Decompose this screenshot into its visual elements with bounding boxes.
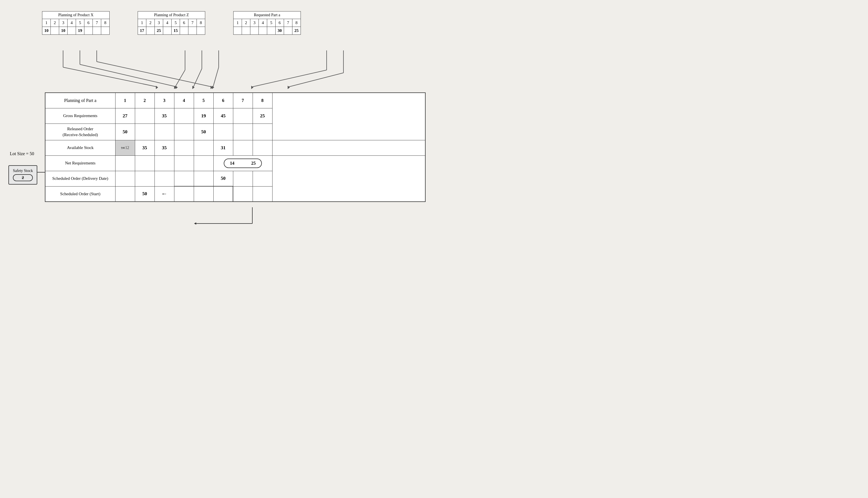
rpa-v1 — [233, 27, 242, 35]
ss-5 — [194, 186, 213, 202]
col-header-4: 4 — [174, 93, 194, 108]
ss-6 — [213, 186, 233, 202]
product-z-title: Planning of Product Z — [138, 12, 205, 19]
col-header-6: 6 — [213, 93, 233, 108]
pz-h7: 7 — [188, 19, 197, 27]
sd-5 — [194, 171, 213, 186]
col-header-5: 5 — [194, 93, 213, 108]
rpa-v8: 25 — [292, 27, 301, 35]
nr-5 — [194, 155, 213, 171]
ss-7 — [233, 186, 253, 202]
gr-4 — [174, 108, 194, 123]
requested-part-a-title: Requested Part a — [233, 12, 301, 19]
sd-3 — [154, 171, 174, 186]
svg-marker-8 — [210, 86, 213, 89]
gr-8: 25 — [253, 108, 272, 123]
px-h4: 4 — [67, 19, 76, 27]
rpa-h2: 2 — [242, 19, 250, 27]
nr-3 — [154, 155, 174, 171]
main-header-row: Planning of Part a 1 2 3 4 5 6 7 8 — [45, 93, 425, 108]
svg-marker-23 — [288, 86, 290, 89]
pz-v1: 17 — [138, 27, 146, 35]
sd-8 — [253, 171, 272, 186]
sd-2 — [135, 171, 154, 186]
pz-v3: 25 — [155, 27, 163, 35]
as-8 — [272, 140, 425, 155]
net-requirements-row: Net Requirements 14 25 — [45, 155, 425, 171]
ro-8 — [253, 123, 272, 140]
rpa-v6: 30 — [276, 27, 284, 35]
rpa-v4 — [259, 27, 267, 35]
rpa-v7 — [284, 27, 292, 35]
top-tables-area: Planning of Product X 1 2 3 4 5 6 7 8 — [42, 11, 301, 35]
product-z-table-wrapper: Planning of Product Z 1 2 3 4 5 6 7 8 — [138, 11, 205, 35]
ss-1 — [115, 186, 135, 202]
nr-1 — [115, 155, 135, 171]
net-req-oval: 14 25 — [224, 158, 262, 168]
ro-6 — [213, 123, 233, 140]
rpa-h6: 6 — [276, 19, 284, 27]
nr-2 — [135, 155, 154, 171]
gr-2 — [135, 108, 154, 123]
pz-h5: 5 — [171, 19, 180, 27]
as-5: 31 — [213, 140, 233, 155]
px-v7 — [93, 27, 101, 35]
scheduled-delivery-row: Scheduled Order (Delivery Date) 50 — [45, 171, 425, 186]
pz-h4: 4 — [163, 19, 171, 27]
pz-h8: 8 — [197, 19, 205, 27]
main-container: Planning of Product X 1 2 3 4 5 6 7 8 — [0, 0, 434, 249]
px-h8: 8 — [101, 19, 110, 27]
requested-part-a-wrapper: Requested Part a 1 2 3 4 5 6 7 8 — [233, 11, 301, 35]
svg-line-22 — [289, 73, 343, 87]
ss-3: ← — [154, 186, 174, 202]
as-1: 35 — [135, 140, 154, 155]
px-h3: 3 — [59, 19, 67, 27]
ro-5: 50 — [194, 123, 213, 140]
product-z-table: Planning of Product Z 1 2 3 4 5 6 7 8 — [138, 11, 205, 35]
svg-line-10 — [175, 70, 185, 87]
product-x-table: Planning of Product X 1 2 3 4 5 6 7 8 — [42, 11, 110, 35]
px-v4 — [67, 27, 76, 35]
svg-marker-5 — [176, 86, 178, 89]
svg-marker-11 — [174, 86, 176, 89]
safety-stock-value: 2 — [13, 174, 33, 181]
nr-4 — [174, 155, 194, 171]
svg-line-13 — [193, 69, 202, 87]
scheduled-delivery-label: Scheduled Order (Delivery Date) — [45, 171, 115, 186]
pz-v4 — [163, 27, 171, 35]
ss-4 — [174, 186, 194, 202]
gr-6: 45 — [213, 108, 233, 123]
px-v5: 19 — [76, 27, 85, 35]
svg-line-1 — [63, 67, 157, 87]
main-planning-table: Planning of Part a 1 2 3 4 5 6 7 8 Gross… — [45, 92, 425, 202]
as-2: 35 — [154, 140, 174, 155]
pz-v5: 15 — [171, 27, 180, 35]
gr-3: 35 — [154, 108, 174, 123]
rpa-v3 — [250, 27, 259, 35]
sd-4 — [174, 171, 194, 186]
rpa-h1: 1 — [233, 19, 242, 27]
product-x-table-wrapper: Planning of Product X 1 2 3 4 5 6 7 8 — [42, 11, 110, 35]
px-h6: 6 — [85, 19, 93, 27]
px-h2: 2 — [51, 19, 59, 27]
rpa-v5 — [267, 27, 276, 35]
released-order-row: Released Order(Receive-Scheduled) 50 50 — [45, 123, 425, 140]
lot-size-label: Lot Size = 50 — [10, 151, 34, 156]
as-3 — [174, 140, 194, 155]
pz-v7 — [188, 27, 197, 35]
rpa-h3: 3 — [250, 19, 259, 27]
svg-line-7 — [97, 62, 212, 87]
ro-2 — [135, 123, 154, 140]
as-current: 12 — [125, 146, 129, 150]
px-v6 — [85, 27, 93, 35]
pz-h3: 3 — [155, 19, 163, 27]
px-v8 — [101, 27, 110, 35]
svg-marker-2 — [156, 86, 158, 89]
ss-8 — [253, 186, 272, 202]
released-order-label: Released Order(Receive-Scheduled) — [45, 123, 115, 140]
col-header-1: 1 — [115, 93, 135, 108]
as-4 — [194, 140, 213, 155]
ro-3 — [154, 123, 174, 140]
available-stock-row: Available Stock 1412 35 35 31 — [45, 140, 425, 155]
pz-v6 — [180, 27, 188, 35]
